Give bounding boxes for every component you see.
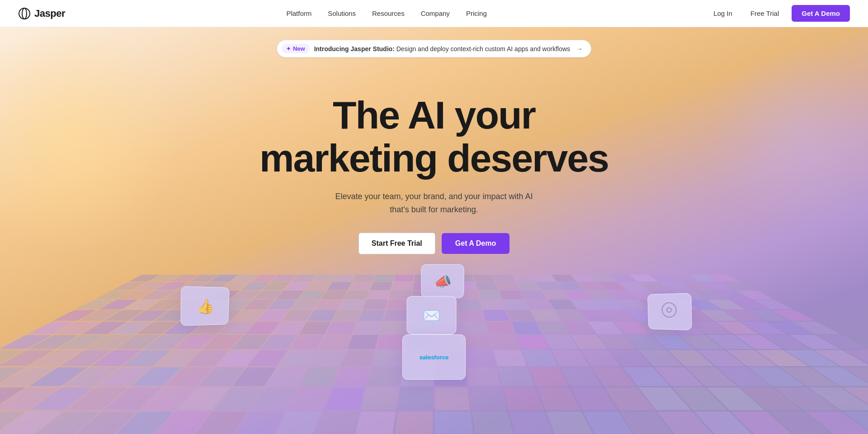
grid-cell [473, 275, 495, 282]
hero-subtitle: Elevate your team, your brand, and your … [259, 190, 609, 216]
logo-text: Jasper [34, 8, 65, 19]
grid-cell [507, 310, 535, 321]
svg-point-0 [19, 8, 30, 19]
grid-cell [483, 310, 510, 321]
announcement-body: Design and deploy context-rich custom AI… [395, 45, 570, 52]
nav-item-solutions[interactable]: Solutions [328, 10, 356, 17]
grid-cell [511, 322, 542, 334]
grid-cell [333, 310, 361, 321]
grid-cell [503, 300, 529, 309]
floating-card-thumbsup: 👍 [180, 286, 229, 326]
grid-cell [493, 350, 527, 366]
grid-cell [472, 411, 514, 434]
navbar: Jasper Platform Solutions Resources Comp… [0, 0, 868, 27]
grid-cell [392, 282, 413, 290]
svg-point-1 [22, 8, 27, 19]
nav-item-company[interactable]: Company [421, 10, 450, 17]
grid-cell [486, 322, 514, 334]
grid-cell [325, 387, 365, 410]
grid-cell [513, 275, 536, 282]
grid-cell [333, 275, 356, 282]
glow-left-decoration [0, 27, 181, 253]
grid-cell [435, 387, 470, 410]
grid-cell [339, 300, 365, 309]
get-demo-hero-button[interactable]: Get A Demo [442, 233, 509, 254]
nav-item-resources[interactable]: Resources [372, 10, 405, 17]
grid-cell [477, 291, 501, 299]
login-button[interactable]: Log In [708, 6, 738, 21]
arrow-icon: → [576, 45, 583, 52]
navbar-actions: Log In Free Trial Get A Demo [708, 5, 850, 22]
grid-cell [377, 335, 406, 349]
grid-cell [466, 367, 501, 386]
grid-cell [459, 310, 485, 321]
floating-card-hubspot [647, 293, 692, 330]
megaphone-icon: 📣 [434, 272, 452, 290]
grid-cell [457, 300, 481, 309]
grid-cell [341, 350, 375, 366]
grid-cell [367, 367, 402, 386]
hero-subtitle-line2: that's built for marketing. [390, 205, 478, 214]
hero-content: The AI your marketing deserves Elevate y… [259, 94, 609, 254]
grid-cell [496, 282, 519, 290]
hero-title: The AI your marketing deserves [259, 94, 609, 179]
svg-point-2 [662, 303, 676, 317]
grid-cell [334, 367, 371, 386]
grid-cell [503, 387, 543, 410]
grid-cell [476, 282, 498, 290]
nav-item-platform[interactable]: Platform [286, 10, 311, 17]
grid-cell [315, 300, 342, 309]
grid-cell [327, 282, 352, 290]
announcement-strong: Introducing Jasper Studio: [314, 45, 395, 52]
hero-title-line2: marketing deserves [259, 136, 609, 180]
grid-cell [498, 367, 535, 386]
email-icon: ✉️ [423, 307, 441, 324]
hero-subtitle-line1: Elevate your team, your brand, and your … [335, 192, 533, 201]
nav-links: Platform Solutions Resources Company Pri… [286, 10, 486, 17]
sparkle-icon: ✦ [286, 46, 291, 52]
hero-scene: 👍 📣 ✉️ salesforce [0, 244, 868, 434]
grid-cell [321, 291, 348, 299]
announcement-text: Introducing Jasper Studio: Design and de… [314, 45, 570, 52]
new-badge-label: New [293, 45, 305, 52]
grid-cell [373, 350, 404, 366]
logo[interactable]: Jasper [18, 7, 65, 20]
floating-card-email: ✉️ [407, 296, 457, 334]
grid-cell [326, 322, 357, 334]
grid-cell [398, 387, 434, 410]
grid-cell [480, 300, 505, 309]
jasper-logo-icon [18, 7, 31, 20]
grid-cell [460, 322, 488, 334]
grid-cell [359, 310, 386, 321]
free-trial-nav-button[interactable]: Free Trial [745, 6, 784, 21]
glow-right-decoration [710, 45, 868, 226]
hero-title-line1: The AI your [333, 93, 535, 137]
grid-cell [489, 335, 520, 349]
grid-cell [499, 291, 524, 299]
nav-item-pricing[interactable]: Pricing [466, 10, 487, 17]
grid-cell [381, 322, 408, 334]
grid-cell [395, 411, 433, 434]
grid-cell [353, 275, 375, 282]
thumbsup-icon: 👍 [197, 297, 214, 315]
grid-cell [349, 282, 372, 290]
grid-cell [464, 350, 495, 366]
grid-cell [348, 335, 379, 349]
grid-cell [469, 387, 507, 410]
get-demo-nav-button[interactable]: Get A Demo [792, 5, 850, 22]
grid-cell [435, 411, 473, 434]
announcement-banner[interactable]: ✦ New Introducing Jasper Studio: Design … [277, 40, 591, 57]
new-badge: ✦ New [282, 44, 310, 53]
grid-cell [354, 411, 396, 434]
grid-cell [394, 275, 414, 282]
start-free-trial-button[interactable]: Start Free Trial [359, 233, 435, 254]
grid-cell [370, 282, 393, 290]
hero-section: ✦ New Introducing Jasper Studio: Design … [0, 0, 868, 434]
hero-buttons: Start Free Trial Get A Demo [259, 233, 609, 254]
grid-cell [363, 300, 388, 309]
grid-cell [493, 275, 515, 282]
floating-card-megaphone: 📣 [421, 264, 464, 298]
grid-cell [462, 335, 491, 349]
grid-cell [319, 335, 352, 349]
floating-card-salesforce: salesforce [402, 334, 466, 380]
